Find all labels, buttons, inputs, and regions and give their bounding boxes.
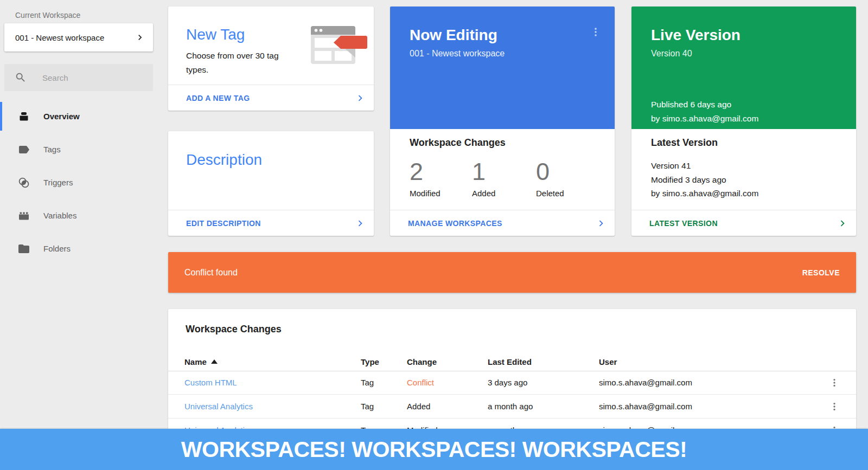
table-header-row: Name Type Change Last Edited User <box>168 353 856 371</box>
selected-indicator <box>0 102 2 131</box>
sidebar-item-label: Triggers <box>43 178 73 187</box>
table-row: Custom HTML Tag Conflict 3 days ago simo… <box>168 371 856 395</box>
live-version-title: Live Version <box>651 27 741 44</box>
workspace-changes-section-title: Workspace Changes <box>410 137 506 149</box>
latest-version-number: Version 41 <box>651 159 758 173</box>
now-editing-header: Now Editing 001 - Newest workspace <box>390 7 615 129</box>
row-name-link[interactable]: Universal Analytics <box>184 395 253 419</box>
sidebar-item-overview[interactable]: Overview <box>0 100 154 133</box>
chevron-right-icon <box>595 217 607 229</box>
search-icon <box>15 72 27 83</box>
table-row: Universal Analytics Tag Added a month ag… <box>168 395 856 419</box>
sidebar: Current Workspace 001 - Newest workspace… <box>0 0 154 470</box>
gtm-workspace-page: Current Workspace 001 - Newest workspace… <box>0 0 868 470</box>
workspaces-banner: WORKSPACES! WORKSPACES! WORKSPACES! <box>0 429 868 470</box>
variables-icon <box>17 209 30 222</box>
edit-description-label: EDIT DESCRIPTION <box>186 219 261 228</box>
column-header-type[interactable]: Type <box>361 353 379 371</box>
published-ago: Published 6 days ago <box>651 98 758 112</box>
triggers-icon <box>17 176 30 189</box>
row-type: Tag <box>361 371 374 395</box>
stat-added: 1 Added <box>472 159 495 198</box>
current-workspace-label: Current Workspace <box>15 11 80 20</box>
sidebar-item-label: Variables <box>43 211 76 220</box>
sidebar-item-label: Folders <box>43 244 71 253</box>
row-change: Conflict <box>407 371 434 395</box>
published-by: by simo.s.ahava@gmail.com <box>651 112 758 126</box>
description-card: Description EDIT DESCRIPTION <box>168 131 374 236</box>
new-tag-title: New Tag <box>186 26 245 43</box>
chevron-right-icon <box>354 217 366 229</box>
sidebar-item-label: Tags <box>43 145 61 154</box>
sidebar-item-folders[interactable]: Folders <box>0 232 154 265</box>
latest-version-details: Version 41 Modified 3 days ago by simo.s… <box>651 159 758 201</box>
row-menu-button[interactable] <box>829 377 840 388</box>
search-input[interactable] <box>42 73 140 82</box>
sidebar-item-label: Overview <box>43 112 80 121</box>
row-type: Tag <box>361 395 374 419</box>
row-user: simo.s.ahava@gmail.com <box>599 395 692 419</box>
live-version-published: Published 6 days ago by simo.s.ahava@gma… <box>651 98 758 126</box>
workspace-selector-name: 001 - Newest workspace <box>15 33 104 42</box>
tag-icon <box>17 143 30 156</box>
kebab-menu-icon <box>590 26 602 38</box>
sidebar-nav: Overview Tags Triggers <box>0 100 154 265</box>
row-name-link[interactable]: Custom HTML <box>184 371 237 395</box>
sidebar-item-variables[interactable]: Variables <box>0 199 154 232</box>
stat-deleted-label: Deleted <box>536 189 564 198</box>
stat-modified-label: Modified <box>410 189 441 198</box>
latest-version-button[interactable]: LATEST VERSION <box>631 210 856 236</box>
kebab-menu-icon <box>829 401 840 412</box>
column-header-last-edited[interactable]: Last Edited <box>488 353 532 371</box>
conflict-message: Conflict found <box>184 268 238 278</box>
sidebar-item-tags[interactable]: Tags <box>0 133 154 166</box>
row-change: Added <box>407 395 430 419</box>
add-new-tag-button[interactable]: ADD A NEW TAG <box>168 85 374 111</box>
stat-deleted-value: 0 <box>536 159 564 184</box>
table-title: Workspace Changes <box>186 324 282 335</box>
latest-version-modified: Modified 3 days ago <box>651 173 758 187</box>
new-tag-card: New Tag Choose from over 30 tag types. A… <box>168 7 374 111</box>
edit-description-button[interactable]: EDIT DESCRIPTION <box>168 210 374 236</box>
now-editing-card: Now Editing 001 - Newest workspace Works… <box>390 7 615 236</box>
now-editing-title: Now Editing <box>410 27 497 44</box>
resolve-button[interactable]: RESOLVE <box>802 268 840 277</box>
browser-tag-illustration <box>307 22 369 68</box>
stat-modified-value: 2 <box>410 159 441 184</box>
column-header-name[interactable]: Name <box>184 353 218 371</box>
manage-workspaces-label: MANAGE WORKSPACES <box>408 219 502 228</box>
sidebar-search <box>4 64 153 91</box>
sidebar-item-triggers[interactable]: Triggers <box>0 166 154 199</box>
workspaces-banner-text: WORKSPACES! WORKSPACES! WORKSPACES! <box>181 437 687 462</box>
stat-added-label: Added <box>472 189 495 198</box>
column-header-change[interactable]: Change <box>407 353 437 371</box>
now-editing-workspace: 001 - Newest workspace <box>410 49 505 59</box>
new-tag-subtitle: Choose from over 30 tag types. <box>186 49 295 77</box>
live-version-number: Version 40 <box>651 49 692 59</box>
workspace-selector[interactable]: 001 - Newest workspace <box>4 23 153 51</box>
sort-ascending-icon <box>211 359 218 364</box>
latest-version-section-title: Latest Version <box>651 137 718 149</box>
conflict-banner: Conflict found RESOLVE <box>168 252 856 293</box>
latest-version-by: by simo.s.ahava@gmail.com <box>651 186 758 201</box>
row-last-edited: 3 days ago <box>488 371 527 395</box>
live-version-header: Live Version Version 40 Published 6 days… <box>631 7 856 129</box>
manage-workspaces-button[interactable]: MANAGE WORKSPACES <box>390 210 615 236</box>
stat-modified: 2 Modified <box>410 159 441 198</box>
chevron-right-icon <box>354 92 366 104</box>
folder-icon <box>17 242 30 255</box>
chevron-right-icon <box>135 32 145 43</box>
latest-version-label: LATEST VERSION <box>649 219 718 228</box>
overview-icon <box>17 110 30 123</box>
card-menu-button[interactable] <box>590 26 604 40</box>
row-user: simo.s.ahava@gmail.com <box>599 371 692 395</box>
column-header-user[interactable]: User <box>599 353 617 371</box>
stat-added-value: 1 <box>472 159 495 184</box>
stat-deleted: 0 Deleted <box>536 159 564 198</box>
add-new-tag-label: ADD A NEW TAG <box>186 94 250 102</box>
description-title: Description <box>186 151 262 169</box>
chevron-right-icon <box>837 217 848 229</box>
kebab-menu-icon <box>829 377 840 388</box>
row-last-edited: a month ago <box>488 395 533 419</box>
row-menu-button[interactable] <box>829 401 840 412</box>
